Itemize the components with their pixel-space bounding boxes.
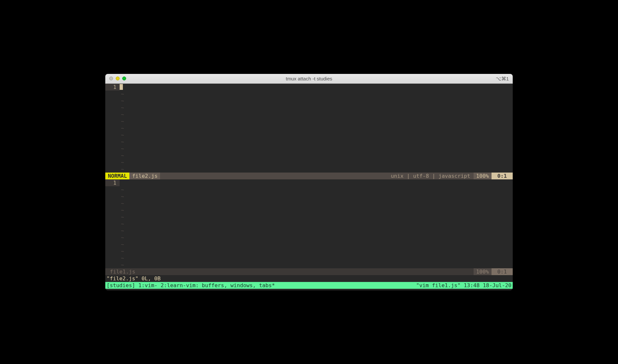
cursor-block [120,84,123,90]
editor-line[interactable]: 1 [105,179,513,186]
vim-filename-inactive: file1.js [105,268,140,275]
vim-statusline-inactive: file1.js 100% 0:1 [105,268,513,275]
window-title: tmux attach -t studies [105,75,513,82]
vim-statusline-active: NORMAL file2.js unix | utf-8 | javascrip… [105,173,513,179]
tmux-status-left: [studies] 1:vim- 2:learn-vim: buffers, w… [107,282,275,289]
tmux-status-right: "vim file1.js" 13:48 18-Jul-20 [416,282,511,289]
vim-message-line: "file2.js" 0L, 0B [105,275,513,282]
vim-position: 0:1 [492,173,513,179]
vim-percent: 100% [474,173,492,179]
terminal-window: tmux attach -t studies ⌥⌘1 1 ~ ~ ~ ~ ~ ~… [105,74,513,290]
editor-line[interactable]: 1 [105,84,513,91]
tilde-marker: ~ [120,91,124,97]
tilde-marker: ~ [120,186,124,193]
terminal-body[interactable]: 1 ~ ~ ~ ~ ~ ~ ~ ~ ~ ~ ~ ~ NORMAL file2.j… [105,84,513,290]
vim-mode-badge: NORMAL [105,173,129,179]
vim-percent-inactive: 100% [474,268,492,275]
line-number: 1 [105,179,120,186]
minimize-icon[interactable] [116,77,120,80]
window-shortcut: ⌥⌘1 [496,75,509,82]
vim-pane-bottom[interactable]: 1 ~ ~ ~ ~ ~ ~ ~ ~ ~ ~ ~ ~ [105,179,513,268]
vim-pane-top[interactable]: 1 ~ ~ ~ ~ ~ ~ ~ ~ ~ ~ ~ ~ [105,84,513,173]
vim-position-inactive: 0:1 [492,268,513,275]
vim-fileinfo: unix | utf-8 | javascript [391,173,474,179]
line-number: 1 [105,84,120,91]
titlebar: tmux attach -t studies ⌥⌘1 [105,74,513,84]
traffic-lights [109,77,126,80]
close-icon[interactable] [109,77,113,80]
zoom-icon[interactable] [122,77,126,80]
vim-filename: file2.js [129,173,160,179]
tmux-statusbar[interactable]: [studies] 1:vim- 2:learn-vim: buffers, w… [105,282,513,289]
